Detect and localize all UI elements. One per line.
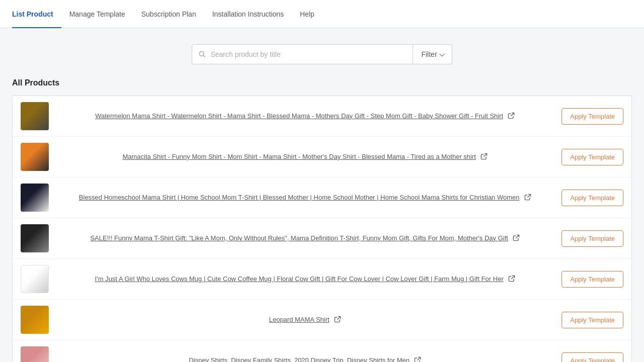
product-thumbnail <box>21 346 49 362</box>
product-title-link[interactable]: SALE!!! Funny Mama T-Shirt Gift: "Like A… <box>90 234 508 243</box>
nav-item-help[interactable]: Help <box>292 0 323 28</box>
product-thumbnail <box>21 143 49 171</box>
search-wrapper <box>192 44 413 64</box>
product-title-link[interactable]: Mamacita Shirt - Funny Mom Shirt - Mom S… <box>122 152 476 161</box>
search-input[interactable] <box>210 50 407 58</box>
product-title-area: Disney Shirts, Disney Family Shirts, 202… <box>57 356 553 363</box>
product-title-link[interactable]: Blessed Homeschool Mama Shirt | Home Sch… <box>79 193 520 202</box>
section-title: All Products <box>12 78 632 87</box>
apply-template-button[interactable]: Apply Template <box>561 271 623 288</box>
product-row: SALE!!! Funny Mama T-Shirt Gift: "Like A… <box>13 218 631 259</box>
product-row: I'm Just A Girl Who Loves Cows Mug | Cut… <box>13 259 631 300</box>
product-title-area: SALE!!! Funny Mama T-Shirt Gift: "Like A… <box>57 234 553 243</box>
product-title-area: Watermelon Mama Shirt - Watermelon Shirt… <box>57 112 553 121</box>
filter-label: Filter <box>421 50 437 58</box>
product-row: Leopard MAMA Shirt Apply Template <box>13 300 631 340</box>
product-title-area: Leopard MAMA Shirt <box>57 315 553 325</box>
product-thumbnail <box>21 184 49 212</box>
search-row: Filter <box>12 44 632 64</box>
product-title-area: Blessed Homeschool Mama Shirt | Home Sch… <box>57 193 553 203</box>
product-title-link[interactable]: Leopard MAMA Shirt <box>269 315 330 324</box>
apply-template-button[interactable]: Apply Template <box>561 230 623 247</box>
apply-template-button[interactable]: Apply Template <box>561 312 623 328</box>
search-icon <box>198 50 206 58</box>
product-title-link[interactable]: Disney Shirts, Disney Family Shirts, 202… <box>189 356 410 362</box>
nav-item-manage-template[interactable]: Manage Template <box>61 0 133 28</box>
apply-template-button[interactable]: Apply Template <box>561 108 623 125</box>
external-link-icon[interactable] <box>480 152 488 162</box>
product-row: Mamacita Shirt - Funny Mom Shirt - Mom S… <box>13 137 631 177</box>
apply-template-button[interactable]: Apply Template <box>561 190 623 206</box>
external-link-icon[interactable] <box>508 275 516 284</box>
product-title-link[interactable]: I'm Just A Girl Who Loves Cows Mug | Cut… <box>95 275 504 284</box>
product-thumbnail <box>21 224 49 252</box>
product-title-area: Mamacita Shirt - Funny Mom Shirt - Mom S… <box>57 152 553 162</box>
product-row: Blessed Homeschool Mama Shirt | Home Sch… <box>13 177 631 218</box>
svg-line-1 <box>203 55 205 57</box>
svg-point-0 <box>200 51 204 56</box>
filter-button[interactable]: Filter <box>413 44 452 64</box>
product-row: Watermelon Mama Shirt - Watermelon Shirt… <box>13 96 631 137</box>
product-thumbnail <box>21 102 49 130</box>
nav-item-list-product[interactable]: List Product <box>12 0 61 28</box>
chevron-down-icon <box>439 51 444 56</box>
product-thumbnail <box>21 265 49 293</box>
nav-item-subscription-plan[interactable]: Subscription Plan <box>133 0 204 28</box>
external-link-icon[interactable] <box>414 356 422 363</box>
product-title-link[interactable]: Watermelon Mama Shirt - Watermelon Shirt… <box>95 112 503 121</box>
external-link-icon[interactable] <box>334 315 342 325</box>
apply-template-button[interactable]: Apply Template <box>561 352 623 363</box>
external-link-icon[interactable] <box>524 193 532 203</box>
nav-item-installation-instructions[interactable]: Installation Instructions <box>204 0 292 28</box>
product-list: Watermelon Mama Shirt - Watermelon Shirt… <box>12 96 632 362</box>
product-thumbnail <box>21 306 49 334</box>
main-content: Filter All Products Watermelon Mama Shir… <box>0 28 644 362</box>
product-row: Disney Shirts, Disney Family Shirts, 202… <box>13 340 631 362</box>
external-link-icon[interactable] <box>507 112 515 121</box>
apply-template-button[interactable]: Apply Template <box>561 149 623 165</box>
product-title-area: I'm Just A Girl Who Loves Cows Mug | Cut… <box>57 275 553 284</box>
external-link-icon[interactable] <box>512 234 520 243</box>
main-nav: List ProductManage TemplateSubscription … <box>0 0 644 28</box>
